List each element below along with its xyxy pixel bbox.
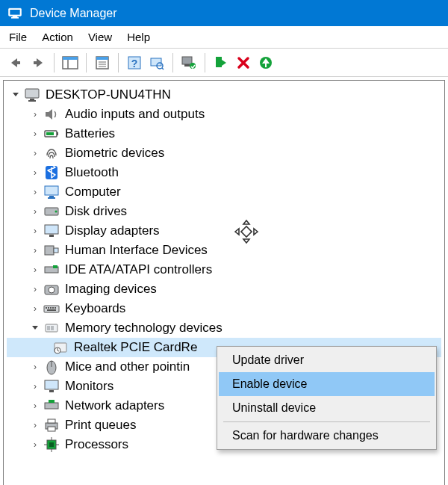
tree-node-memory[interactable]: Memory technology devices xyxy=(7,318,441,338)
collapse-arrow-icon[interactable]: › xyxy=(29,396,41,416)
collapse-arrow-icon[interactable]: › xyxy=(29,357,41,377)
uninstall-device-button[interactable] xyxy=(234,53,253,72)
menu-help[interactable]: Help xyxy=(127,31,150,43)
collapse-arrow-icon[interactable]: › xyxy=(29,202,41,221)
tree-node-label: Imaging devices xyxy=(65,279,157,299)
tree-node-label: Human Interface Devices xyxy=(65,241,208,260)
svg-point-33 xyxy=(55,211,57,213)
collapse-arrow-icon[interactable]: › xyxy=(29,260,41,279)
red-x-icon xyxy=(236,55,251,70)
arrow-up-circle-icon xyxy=(258,55,273,70)
collapse-arrow-icon[interactable]: › xyxy=(29,163,41,182)
tree-node-label: Print queues xyxy=(65,416,136,435)
collapse-arrow-icon[interactable]: › xyxy=(29,124,41,143)
tree-node-keyboards[interactable]: › Keyboards xyxy=(7,299,441,318)
tree-node-ide[interactable]: › IDE ATA/ATAPI controllers xyxy=(7,260,441,279)
svg-rect-47 xyxy=(55,307,56,309)
collapse-arrow-icon[interactable]: › xyxy=(29,241,41,260)
tree-node-batteries[interactable]: › Batteries xyxy=(7,124,441,143)
collapse-arrow-icon[interactable]: › xyxy=(29,143,41,163)
properties-button[interactable] xyxy=(93,53,112,72)
ctx-scan-hardware[interactable]: Scan for hardware changes xyxy=(219,424,435,448)
tree-node-biometric[interactable]: › Biometric devices xyxy=(7,143,441,163)
bluetooth-icon xyxy=(43,164,60,182)
svg-rect-3 xyxy=(11,17,19,19)
svg-rect-24 xyxy=(28,100,36,102)
ctx-update-driver[interactable]: Update driver xyxy=(219,348,435,372)
tree-node-display[interactable]: › Display adapters xyxy=(7,221,441,241)
enable-device-button[interactable] xyxy=(211,53,231,72)
svg-rect-39 xyxy=(53,265,57,268)
svg-rect-51 xyxy=(51,326,54,330)
svg-rect-64 xyxy=(49,442,54,447)
expand-arrow-icon[interactable] xyxy=(10,85,22,105)
toolbar: ? xyxy=(0,49,448,77)
help-button[interactable]: ? xyxy=(125,53,144,72)
svg-rect-23 xyxy=(30,99,34,100)
titlebar: Device Manager xyxy=(0,0,448,26)
svg-rect-1 xyxy=(10,10,19,15)
ctx-uninstall-device[interactable]: Uninstall device xyxy=(219,396,435,420)
cpu-icon xyxy=(43,436,60,454)
arrow-left-icon xyxy=(8,55,23,70)
collapse-arrow-icon[interactable]: › xyxy=(29,105,41,124)
tree-node-hid[interactable]: › Human Interface Devices xyxy=(7,241,441,260)
tree-node-bluetooth[interactable]: › Bluetooth xyxy=(7,163,441,182)
ctx-separator xyxy=(223,421,430,422)
tree-pane-icon xyxy=(62,55,78,70)
collapse-arrow-icon[interactable]: › xyxy=(29,182,41,202)
svg-rect-58 xyxy=(45,403,58,409)
tree-node-label: Audio inputs and outputs xyxy=(65,105,205,124)
tree-node-computer[interactable]: › Computer xyxy=(7,182,441,202)
svg-rect-42 xyxy=(44,306,59,312)
tree-root-label: DESKTOP-UNU4THN xyxy=(46,85,171,105)
tree-node-label: Processors xyxy=(65,435,128,454)
window-title: Device Manager xyxy=(30,7,117,20)
tree-node-diskdrives[interactable]: › Disk drives xyxy=(7,202,441,221)
svg-rect-37 xyxy=(54,248,58,253)
toolbar-separator xyxy=(54,53,55,72)
install-legacy-button[interactable] xyxy=(256,53,276,72)
collapse-arrow-icon[interactable]: › xyxy=(29,377,41,396)
desktop-icon xyxy=(43,183,60,201)
menu-view[interactable]: View xyxy=(88,31,112,43)
svg-rect-26 xyxy=(57,132,58,135)
printer-icon xyxy=(43,416,60,434)
svg-rect-56 xyxy=(45,380,58,389)
network-icon xyxy=(43,397,60,415)
collapse-arrow-icon[interactable]: › xyxy=(29,299,41,318)
collapse-arrow-icon[interactable]: › xyxy=(29,435,41,454)
tree-root[interactable]: DESKTOP-UNU4THN xyxy=(7,85,441,105)
svg-rect-35 xyxy=(49,235,54,237)
toolbar-separator xyxy=(205,53,205,72)
collapse-arrow-icon[interactable]: › xyxy=(29,279,41,299)
enable-device-icon xyxy=(214,55,228,70)
tree-node-audio[interactable]: › Audio inputs and outputs xyxy=(7,105,441,124)
tree-node-label: IDE ATA/ATAPI controllers xyxy=(65,260,212,279)
nav-forward-button[interactable] xyxy=(28,53,48,72)
monitor-icon xyxy=(43,377,60,395)
svg-rect-43 xyxy=(46,307,47,309)
show-hide-tree-button[interactable] xyxy=(60,53,80,72)
menu-file[interactable]: File xyxy=(9,31,27,43)
ctx-enable-device[interactable]: Enable device xyxy=(219,372,435,396)
properties-icon xyxy=(95,55,110,70)
device-tree-pane: DESKTOP-UNU4THN › Audio inputs and outpu… xyxy=(3,80,445,485)
toolbar-separator xyxy=(172,53,173,72)
tree-node-imaging[interactable]: › Imaging devices xyxy=(7,279,441,299)
collapse-arrow-icon[interactable]: › xyxy=(29,221,41,241)
toolbar-separator xyxy=(86,53,87,72)
svg-point-41 xyxy=(49,287,55,293)
svg-rect-50 xyxy=(47,326,50,330)
nav-back-button[interactable] xyxy=(6,53,25,72)
update-driver-button[interactable] xyxy=(179,53,199,72)
svg-rect-31 xyxy=(48,197,55,199)
scan-hardware-button[interactable] xyxy=(147,53,167,72)
tree-node-label: Display adapters xyxy=(65,221,160,241)
collapse-arrow-icon[interactable]: › xyxy=(29,416,41,435)
svg-rect-5 xyxy=(63,57,78,60)
scan-hardware-icon xyxy=(149,55,164,70)
tree-node-label: Computer xyxy=(65,182,121,202)
menu-action[interactable]: Action xyxy=(42,31,73,43)
expand-arrow-icon[interactable] xyxy=(29,318,41,338)
